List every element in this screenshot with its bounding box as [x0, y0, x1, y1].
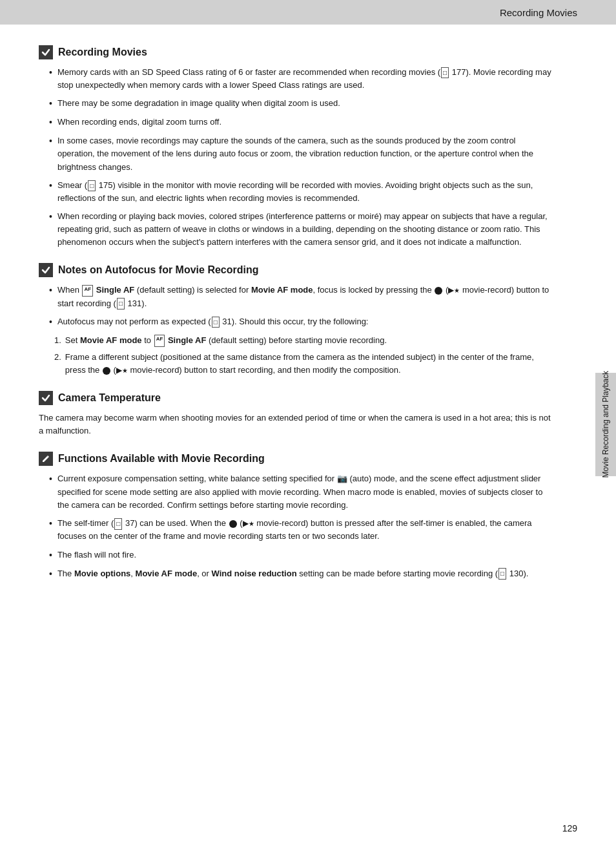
header-title: Recording Movies [500, 7, 577, 18]
bullet-text: There may be some degradation in image q… [57, 97, 551, 110]
section-heading-camera-temp: Camera Temperature [39, 391, 551, 405]
bullet-item: When recording ends, digital zoom turns … [39, 116, 551, 129]
bullet-item: Autofocus may not perform as expected (□… [39, 315, 551, 329]
bullet-item: The self-timer (□ 37) can be used. When … [39, 517, 551, 543]
af-icon-inline-2: AF [154, 335, 165, 347]
bullet-text: When recording or playing back movies, c… [57, 210, 551, 249]
section-recording-movies: Recording Movies Memory cards with an SD… [39, 45, 551, 249]
numbered-text: Frame a different subject (positioned at… [65, 351, 551, 377]
page-footer: 129 [562, 823, 577, 833]
list-number: 2. [54, 351, 61, 364]
checkmark-icon-1 [39, 45, 53, 59]
book-ref: □ [114, 518, 122, 530]
movie-rec-symbol-2: ▶ [116, 366, 122, 375]
movie-rec-symbol-3: ▶ [243, 519, 249, 529]
bullet-text: Smear (□ 175) visible in the monitor wit… [57, 179, 551, 205]
main-content: Recording Movies Memory cards with an SD… [0, 25, 616, 621]
camera-temp-text: The camera may become warm when shooting… [39, 412, 551, 437]
section-camera-temp: Camera Temperature The camera may become… [39, 391, 551, 437]
star-symbol-2: ★ [122, 367, 128, 374]
camera-auto-icon: 📷 [337, 474, 347, 484]
bullet-text: The flash will not fire. [57, 549, 551, 561]
star-symbol: ★ [454, 287, 460, 294]
checkmark-icon-2 [39, 263, 53, 277]
section-title-recording: Recording Movies [58, 47, 147, 58]
bullet-text: When AF Single AF (default setting) is s… [57, 284, 551, 309]
bullet-item: There may be some degradation in image q… [39, 97, 551, 110]
functions-bullets: Current exposure compensation setting, w… [39, 472, 551, 580]
bullet-text: The Movie options, Movie AF mode, or Win… [57, 567, 551, 580]
section-title-functions: Functions Available with Movie Recording [58, 453, 265, 465]
checkmark-icon-3 [39, 391, 53, 405]
section-autofocus: Notes on Autofocus for Movie Recording W… [39, 263, 551, 377]
circle-button-icon-2 [103, 367, 110, 375]
section-heading-recording: Recording Movies [39, 45, 551, 59]
star-symbol-3: ★ [249, 520, 254, 527]
bullet-item: Current exposure compensation setting, w… [39, 472, 551, 512]
recording-bullets: Memory cards with an SD Speed Class rati… [39, 66, 551, 249]
section-heading-autofocus: Notes on Autofocus for Movie Recording [39, 263, 551, 277]
page-number: 129 [562, 823, 577, 833]
movie-rec-symbol: ▶ [448, 286, 454, 295]
bullet-text: Memory cards with an SD Speed Class rati… [57, 66, 551, 92]
bullet-item: When recording or playing back movies, c… [39, 210, 551, 249]
sidebar-tab: Movie Recording and Playback [595, 373, 616, 476]
book-ref: □ [212, 317, 220, 328]
list-number: 1. [54, 334, 61, 347]
page-header: Recording Movies [0, 0, 616, 25]
book-ref: □ [117, 298, 125, 309]
bullet-text: The self-timer (□ 37) can be used. When … [57, 517, 551, 543]
numbered-text: Set Movie AF mode to AF Single AF (defau… [65, 334, 551, 347]
bullet-item: Smear (□ 175) visible in the monitor wit… [39, 179, 551, 205]
numbered-item: 1. Set Movie AF mode to AF Single AF (de… [54, 334, 551, 347]
bullet-item: The Movie options, Movie AF mode, or Win… [39, 567, 551, 581]
section-title-camera-temp: Camera Temperature [58, 392, 161, 404]
bullet-item: In some cases, movie recordings may capt… [39, 134, 551, 173]
bullet-item: When AF Single AF (default setting) is s… [39, 284, 551, 309]
bullet-text: Autofocus may not perform as expected (□… [57, 315, 551, 328]
bullet-item: Memory cards with an SD Speed Class rati… [39, 66, 551, 92]
section-title-autofocus: Notes on Autofocus for Movie Recording [58, 264, 259, 276]
book-ref: □ [441, 67, 449, 79]
edit-icon [39, 452, 53, 466]
section-heading-functions: Functions Available with Movie Recording [39, 452, 551, 466]
bullet-text: Current exposure compensation setting, w… [57, 472, 551, 512]
circle-button-icon-3 [229, 520, 237, 528]
bullet-text: When recording ends, digital zoom turns … [57, 116, 551, 129]
bullet-item: The flash will not fire. [39, 549, 551, 562]
sidebar-tab-label: Movie Recording and Playback [601, 371, 610, 477]
circle-button-icon [435, 287, 442, 295]
section-functions: Functions Available with Movie Recording… [39, 452, 551, 580]
book-ref: □ [498, 568, 506, 580]
autofocus-bullets: When AF Single AF (default setting) is s… [39, 284, 551, 328]
bullet-text: In some cases, movie recordings may capt… [57, 134, 551, 173]
book-ref: □ [88, 180, 96, 192]
autofocus-numbered: 1. Set Movie AF mode to AF Single AF (de… [54, 334, 551, 377]
numbered-item: 2. Frame a different subject (positioned… [54, 351, 551, 377]
af-icon-inline: AF [82, 285, 93, 297]
